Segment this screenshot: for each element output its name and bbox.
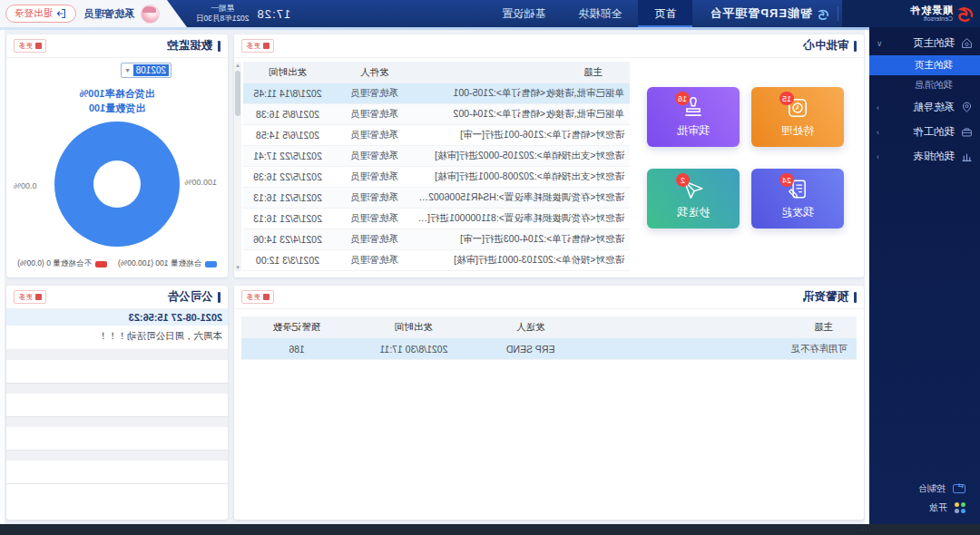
company-logo: 顺景软件 Centersoft bbox=[842, 0, 980, 27]
cell-time: 2021/3/3 12:00 bbox=[243, 255, 332, 266]
main-content: 审批中心 更多 15 待处理 16 bbox=[0, 27, 869, 524]
cell-sender: 系统管理员 bbox=[332, 233, 417, 246]
cell-sender: 系统管理员 bbox=[332, 87, 417, 100]
cc-to-me-button[interactable]: 2 抄送我 bbox=[647, 169, 740, 229]
table-row[interactable]: 单据已审批,请接收<销售订单>:2105-001 系统管理员 2021/8/14… bbox=[243, 83, 630, 104]
cell-subject: 请您对<销售订单>:2104-003进行[一审] bbox=[417, 233, 630, 246]
table-scrollbar[interactable]: ▲ ▼ bbox=[234, 62, 241, 272]
pending-button[interactable]: 15 待处理 bbox=[751, 87, 844, 147]
col-sent-time: 发出时间 bbox=[243, 66, 332, 79]
cell-subject: 单据已审批,请接收<销售订单>:2104-002 bbox=[417, 108, 630, 121]
col-subject: 主题 bbox=[586, 321, 857, 334]
chart-legend: 合格数量 100 (100.00%) 不合格数量 0 (0.00%) bbox=[6, 258, 228, 269]
logout-button[interactable]: 退出登录 bbox=[5, 5, 76, 23]
panel-title: 数据监控 bbox=[167, 38, 212, 54]
platform-swirl-icon bbox=[817, 7, 830, 21]
sidebar-footer-open[interactable]: 开放 bbox=[869, 498, 980, 517]
scroll-down-arrow[interactable]: ▼ bbox=[234, 264, 241, 272]
date: 2021年8月30日 bbox=[196, 14, 250, 24]
panel-title: 公司公告 bbox=[167, 289, 212, 305]
user-area: 系统管理员 退出登录 bbox=[0, 0, 187, 27]
divider bbox=[6, 384, 228, 394]
panel-company-notice: 公司公告 更多 2021-08-27 15:56:23 本周六，周日公司活动！！… bbox=[6, 286, 228, 520]
period-select[interactable]: 202108 ▼ bbox=[121, 63, 172, 78]
sidebar-item-system-nav[interactable]: 系统导航 › bbox=[869, 95, 980, 120]
divider bbox=[6, 417, 228, 427]
button-label: 待处理 bbox=[781, 123, 814, 139]
table-row[interactable]: 单据已审批,请接收<销售订单>:2104-002 系统管理员 2021/8/5 … bbox=[243, 104, 630, 125]
title-bar-accent bbox=[854, 292, 857, 303]
cell-sender: 系统管理员 bbox=[332, 170, 417, 183]
title-bar-accent bbox=[854, 41, 857, 52]
tab-all-modules[interactable]: 全部模块 bbox=[562, 0, 638, 27]
avatar[interactable] bbox=[141, 5, 160, 24]
cell-sender: 系统管理员 bbox=[332, 254, 417, 267]
notice-content[interactable]: 本周六，周日公司活动！！！ bbox=[6, 326, 228, 350]
table-row[interactable]: 请您对<存货调拨损耗率设置>:HS4R15006002进行[审核] 系统管理员 … bbox=[243, 188, 630, 209]
footer-label: 控制台 bbox=[918, 482, 946, 495]
more-badge[interactable]: 更多 bbox=[241, 290, 274, 304]
more-badge[interactable]: 更多 bbox=[241, 39, 274, 53]
chart-title-line2: 出货数量100 bbox=[6, 102, 228, 116]
top-nav: 首页 全部模块 基础设置 bbox=[485, 0, 692, 27]
more-badge[interactable]: 更多 bbox=[14, 290, 46, 304]
sidebar-item-label: 系统导航 bbox=[913, 101, 955, 114]
notice-empty-row bbox=[6, 461, 228, 484]
weekday: 星期一 bbox=[196, 4, 250, 14]
period-value: 202108 bbox=[133, 64, 169, 76]
table-row[interactable]: 请您对<支出报销单>:202008-0001进行[审核] 系统管理员 2021/… bbox=[243, 167, 630, 188]
hot-icon bbox=[263, 43, 270, 49]
scrollbar-thumb[interactable] bbox=[235, 71, 240, 116]
sidebar: 我的主页 ∨ 我的主页 我的消息 系统导航 › bbox=[869, 27, 980, 524]
date-block: 星期一 2021年8月30日 bbox=[196, 4, 250, 24]
cell-time: 2021/6/5 14:58 bbox=[243, 130, 332, 141]
status-text: ··· bbox=[859, 527, 871, 533]
tab-basic-settings[interactable]: 基础设置 bbox=[485, 0, 562, 27]
cell-time: 2021/8/30 17:11 bbox=[352, 344, 475, 355]
initiated-by-me-button[interactable]: 24 我发起 bbox=[751, 169, 844, 229]
logout-icon bbox=[56, 8, 67, 19]
cell-sender: ERP SEND bbox=[475, 344, 586, 355]
divider bbox=[6, 451, 228, 461]
sidebar-footer-console[interactable]: 控制台 bbox=[869, 479, 980, 498]
table-row[interactable]: 可用库存不足 ERP SEND 2021/8/30 17:11 186 bbox=[241, 338, 857, 360]
location-pin-icon bbox=[961, 102, 973, 113]
table-row[interactable]: 请您对<销售订单>:2106-001进行[一审] 系统管理员 2021/6/5 … bbox=[243, 125, 630, 146]
table-row[interactable]: 请您对<支出报销单>:202105-0002进行[审核] 系统管理员 2021/… bbox=[243, 146, 630, 167]
my-approvals-button[interactable]: 16 我审批 bbox=[647, 87, 740, 147]
sidebar-item-my-work[interactable]: 我的工作 › bbox=[869, 120, 980, 144]
chevron-down-icon: ∨ bbox=[877, 39, 883, 48]
chart-icon bbox=[961, 151, 973, 162]
cell-subject: 可用库存不足 bbox=[586, 343, 857, 355]
cell-subject: 单据已审批,请接收<销售订单>:2105-001 bbox=[417, 87, 630, 100]
chevron-right-icon: › bbox=[877, 128, 879, 137]
divider bbox=[6, 350, 228, 360]
scroll-up-arrow[interactable]: ▲ bbox=[234, 62, 241, 70]
more-badge[interactable]: 更多 bbox=[14, 39, 46, 53]
tab-home[interactable]: 首页 bbox=[638, 0, 692, 27]
logout-label: 退出登录 bbox=[15, 7, 53, 20]
briefcase-icon bbox=[961, 126, 973, 138]
divider bbox=[838, 6, 838, 21]
notice-empty-row bbox=[6, 360, 228, 384]
notice-date: 2021-08-27 15:56:23 bbox=[6, 309, 228, 326]
panel-data-monitor: 数据监控 更多 202108 ▼ 出货合格率100% 出货数量100 100.0… bbox=[6, 34, 228, 277]
title-bar-accent bbox=[218, 292, 220, 303]
more-label: 更多 bbox=[246, 41, 260, 51]
sidebar-subitem-my-messages[interactable]: 我的消息 bbox=[869, 75, 980, 95]
legend-swatch-red bbox=[95, 261, 107, 268]
console-icon bbox=[953, 484, 965, 493]
sidebar-item-my-home[interactable]: 我的主页 ∨ bbox=[869, 31, 980, 55]
footer-label: 开放 bbox=[929, 501, 947, 514]
col-sent-time: 发出时间 bbox=[352, 321, 475, 334]
table-row[interactable]: 请您对<存货调拨损耗率设置>:811000001进行[审核] 系统管理员 202… bbox=[243, 209, 630, 229]
table-row[interactable]: 请您对<销售订单>:2104-003进行[一审] 系统管理员 2021/4/23… bbox=[243, 229, 630, 250]
panel-approval-center: 审批中心 更多 15 待处理 16 bbox=[234, 34, 864, 277]
company-name-en: Centersoft bbox=[909, 15, 953, 22]
sidebar-item-my-reports[interactable]: 我的报表 › bbox=[869, 144, 980, 169]
table-row[interactable]: 请您对<报价单>:202103-0001进行[审核] 系统管理员 2021/3/… bbox=[243, 250, 630, 271]
chevron-down-icon: ▼ bbox=[122, 67, 131, 73]
sidebar-subitem-my-home[interactable]: 我的主页 bbox=[869, 55, 980, 75]
app-root: 顺景软件 Centersoft 智能ERP管理平台 首页 全部模块 基础设置 1… bbox=[0, 0, 980, 535]
cc-count-badge: 2 bbox=[676, 173, 690, 187]
